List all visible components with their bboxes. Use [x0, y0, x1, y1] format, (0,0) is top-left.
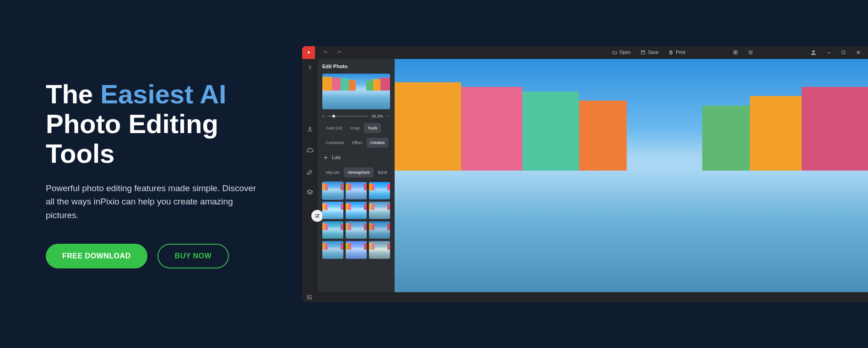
subtab-correction[interactable]: Correction — [322, 138, 347, 148]
luts-section-header[interactable]: Luts — [322, 152, 390, 163]
lut-thumb[interactable] — [346, 182, 367, 199]
lut-thumb[interactable] — [369, 202, 390, 219]
layers-icon[interactable] — [306, 189, 314, 196]
svg-point-9 — [318, 214, 319, 215]
lut-thumb[interactable] — [322, 182, 343, 199]
svg-rect-0 — [641, 51, 645, 54]
app-topbar: Open Save Print − ✕ — [302, 46, 868, 59]
sliders-icon — [314, 213, 320, 219]
lut-grid — [322, 182, 390, 259]
hero-description: Powerful photo editing features made sim… — [46, 182, 256, 222]
open-button[interactable]: Open — [612, 50, 630, 55]
svg-rect-1 — [670, 52, 673, 53]
lut-thumb[interactable] — [346, 221, 367, 239]
app-bottombar — [302, 292, 868, 302]
open-label: Open — [619, 50, 630, 55]
title-pre: The — [46, 79, 100, 109]
subtab-creative[interactable]: Creative — [367, 138, 389, 148]
svg-rect-3 — [670, 53, 672, 54]
undo-icon[interactable] — [323, 50, 328, 55]
left-rail — [302, 59, 318, 292]
zoom-row: ○ 26.2% — [322, 114, 390, 118]
zoom-value: 26.2% — [371, 114, 383, 118]
save-label: Save — [648, 50, 658, 55]
lut-tab-myluts[interactable]: MyLuts — [322, 167, 343, 177]
lut-thumb[interactable] — [369, 241, 390, 258]
main-tabs: Auto (AI) Crop Tools — [322, 123, 390, 133]
lut-thumb[interactable] — [369, 221, 390, 239]
luts-label: Luts — [332, 155, 341, 160]
eraser-icon[interactable] — [306, 168, 314, 175]
lut-tab-bw[interactable]: B&W — [374, 167, 391, 177]
maximize-icon[interactable] — [841, 50, 846, 55]
close-icon[interactable]: ✕ — [856, 49, 861, 56]
print-label: Print — [676, 50, 685, 55]
lut-thumb[interactable] — [322, 221, 343, 239]
cta-row: FREE DOWNLOAD BUY NOW — [46, 244, 284, 268]
lut-thumb[interactable] — [322, 241, 343, 258]
svg-rect-2 — [670, 51, 672, 52]
redo-icon[interactable] — [336, 50, 342, 55]
svg-point-10 — [316, 216, 317, 217]
save-icon — [640, 50, 646, 55]
edit-panel: Edit Photo ○ 26.2% Auto (AI) Crop Tools … — [318, 59, 395, 292]
print-button[interactable]: Print — [668, 50, 685, 55]
subtab-effect[interactable]: Effect — [348, 138, 366, 148]
lut-thumb[interactable] — [346, 241, 367, 258]
lut-thumb[interactable] — [346, 202, 367, 219]
chevron-down-icon[interactable] — [386, 114, 390, 118]
svg-point-12 — [309, 296, 309, 297]
sub-tabs: Correction Effect Creative — [322, 138, 390, 148]
app-logo — [302, 46, 315, 59]
sliders-button[interactable] — [311, 210, 323, 222]
free-download-button[interactable]: FREE DOWNLOAD — [46, 244, 147, 268]
app-mockup: Open Save Print − ✕ — [302, 46, 868, 302]
title-post: Photo Editing Tools — [46, 109, 218, 168]
lut-thumb[interactable] — [369, 182, 390, 199]
main-canvas[interactable] — [395, 59, 868, 292]
svg-point-6 — [812, 50, 814, 52]
person-icon[interactable] — [306, 126, 314, 133]
zoom-slider[interactable] — [327, 116, 369, 117]
user-icon[interactable] — [810, 49, 817, 56]
svg-point-8 — [309, 127, 311, 129]
svg-rect-7 — [842, 51, 845, 54]
hero-title: The Easiest AI Photo Editing Tools — [46, 80, 284, 169]
title-accent: Easiest AI — [100, 79, 226, 109]
print-icon — [668, 50, 673, 55]
minimize-icon[interactable]: − — [827, 49, 831, 56]
cloud-icon[interactable] — [306, 147, 314, 154]
preview-thumbnail — [322, 74, 390, 109]
tab-crop[interactable]: Crop — [347, 123, 363, 133]
hero-content: The Easiest AI Photo Editing Tools Power… — [46, 80, 302, 268]
play-icon — [306, 50, 311, 55]
sparkle-icon — [323, 155, 328, 160]
save-button[interactable]: Save — [640, 50, 658, 55]
buy-now-button[interactable]: BUY NOW — [157, 244, 229, 268]
lut-tabs: MyLuts Atmosphere B&W Vin — [322, 167, 390, 177]
lut-thumb[interactable] — [322, 202, 343, 219]
panel-title: Edit Photo — [322, 64, 390, 69]
folder-icon — [612, 50, 617, 55]
chevron-right-icon[interactable] — [306, 64, 314, 71]
grid-icon[interactable] — [733, 50, 738, 55]
tab-tools[interactable]: Tools — [364, 123, 381, 133]
lut-tab-atmosphere[interactable]: Atmosphere — [344, 167, 374, 177]
zoom-out-icon[interactable]: ○ — [322, 114, 325, 118]
compare-icon[interactable] — [748, 50, 753, 55]
tab-auto-ai[interactable]: Auto (AI) — [322, 123, 346, 133]
image-icon[interactable] — [307, 294, 312, 300]
